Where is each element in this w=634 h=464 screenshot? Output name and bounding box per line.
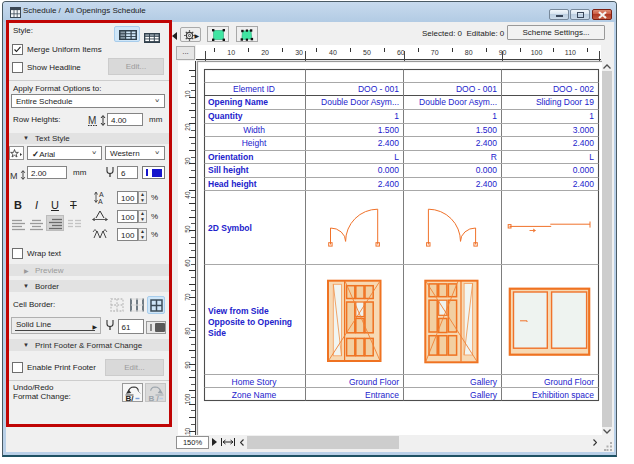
svg-text:L: L [394,152,399,162]
svg-text:Ground Floor: Ground Floor [349,377,399,387]
svg-text:1: 1 [589,111,594,121]
svg-text:R: R [491,152,497,162]
svg-text:2.400: 2.400 [378,138,400,148]
svg-text:1: 1 [492,111,497,121]
svg-text:Home Story: Home Story [232,377,278,387]
svg-text:Sliding Door 19: Sliding Door 19 [536,97,594,107]
svg-text:1.500: 1.500 [378,125,400,135]
svg-text:Opposite to Opening: Opposite to Opening [208,317,292,327]
svg-text:1: 1 [394,111,399,121]
svg-text:2.400: 2.400 [476,179,498,189]
svg-text:3.000: 3.000 [573,125,595,135]
svg-text:L: L [589,152,594,162]
svg-text:DOO - 002: DOO - 002 [553,84,594,94]
svg-text:Orientation: Orientation [208,152,253,162]
svg-text:Opening Name: Opening Name [208,97,268,107]
svg-text:DOO - 001: DOO - 001 [456,84,497,94]
svg-text:Sill height: Sill height [208,165,249,175]
svg-text:2D Symbol: 2D Symbol [208,223,252,233]
svg-text:Head height: Head height [208,179,257,189]
svg-text:0.000: 0.000 [476,165,498,175]
svg-text:1.500: 1.500 [476,125,498,135]
svg-text:0.000: 0.000 [378,165,400,175]
svg-text:Double Door Asym...: Double Door Asym... [321,97,399,107]
svg-text:Exhibition space: Exhibition space [532,390,594,400]
svg-text:0.000: 0.000 [573,165,595,175]
svg-text:Width: Width [243,125,265,135]
svg-text:Double Door Asym...: Double Door Asym... [419,97,497,107]
svg-text:2.400: 2.400 [378,179,400,189]
svg-text:2.400: 2.400 [573,179,595,189]
svg-text:View from Side: View from Side [208,306,269,316]
svg-text:Element ID: Element ID [233,84,275,94]
svg-text:Side: Side [208,328,226,338]
svg-text:Zone Name: Zone Name [232,390,277,400]
svg-text:Gallery: Gallery [470,377,498,387]
svg-text:2.400: 2.400 [476,138,498,148]
svg-text:Gallery: Gallery [470,390,498,400]
svg-text:Height: Height [242,138,267,148]
svg-text:DOO - 001: DOO - 001 [358,84,399,94]
svg-text:2.400: 2.400 [573,138,595,148]
svg-text:Quantity: Quantity [208,111,243,121]
svg-text:Entrance: Entrance [365,390,399,400]
svg-text:Ground Floor: Ground Floor [544,377,594,387]
